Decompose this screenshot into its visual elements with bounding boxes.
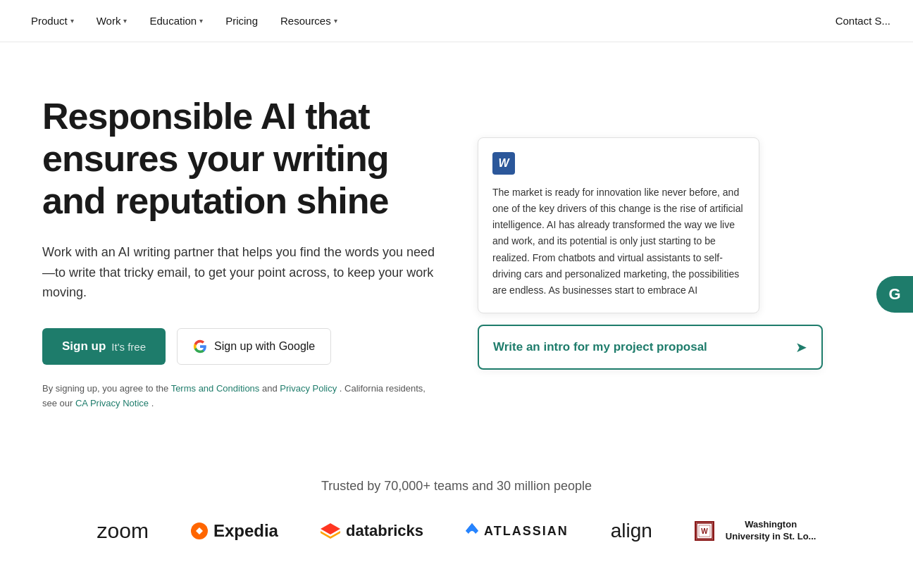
align-logo: align: [611, 520, 652, 542]
trusted-title: Trusted by 70,000+ teams and 30 million …: [42, 479, 871, 494]
nav-work-label: Work: [97, 15, 121, 27]
nav-right: Contact S...: [836, 15, 890, 27]
terms-end: .: [151, 398, 154, 408]
nav-pricing-label: Pricing: [225, 15, 258, 27]
databricks-icon: [321, 523, 340, 539]
hero-buttons: Sign up It's free Sign up with Google: [42, 328, 435, 365]
terms-and: and: [262, 383, 278, 394]
chevron-down-icon: ▾: [70, 17, 74, 25]
navigation: Product ▾ Work ▾ Education ▾ Pricing Res…: [0, 0, 913, 42]
atlassian-logo-text: ATLASSIAN: [484, 524, 569, 539]
hero-section: Responsible AI that ensures your writing…: [0, 42, 913, 451]
grammarly-badge-letter: G: [888, 285, 900, 304]
atlassian-logo: ATLASSIAN: [466, 523, 569, 539]
prompt-text: Write an intro for my project proposal: [493, 340, 707, 354]
terms-text: By signing up, you agree to the Terms an…: [42, 382, 435, 411]
nav-education[interactable]: Education ▾: [141, 9, 211, 32]
signup-label: Sign up: [62, 339, 106, 354]
nav-items: Product ▾ Work ▾ Education ▾ Pricing Res…: [23, 9, 346, 32]
word-icon: W: [492, 152, 515, 175]
atlassian-icon: [466, 523, 478, 539]
hero-left: Responsible AI that ensures your writing…: [42, 96, 464, 411]
nav-resources-label: Resources: [280, 15, 331, 27]
signup-button[interactable]: Sign up It's free: [42, 328, 166, 365]
document-card: W The market is ready for innovation lik…: [478, 137, 759, 313]
word-letter: W: [498, 157, 509, 170]
doc-header: W: [492, 152, 745, 175]
chevron-down-icon: ▾: [199, 17, 203, 25]
nav-pricing[interactable]: Pricing: [217, 9, 266, 32]
hero-subtitle: Work with an AI writing partner that hel…: [42, 242, 435, 303]
washington-logo-text: WashingtonUniversity in St. Lo...: [726, 519, 816, 543]
hero-title: Responsible AI that ensures your writing…: [42, 96, 435, 222]
nav-product-label: Product: [31, 15, 68, 27]
nav-resources[interactable]: Resources ▾: [272, 9, 346, 32]
logos-row: zoom Expedia databricks: [42, 519, 871, 543]
grammarly-badge[interactable]: G: [876, 276, 913, 313]
chevron-down-icon: ▾: [123, 17, 127, 25]
send-icon[interactable]: ➤: [795, 339, 807, 356]
privacy-link[interactable]: Privacy Policy: [280, 383, 337, 394]
align-logo-text: align: [611, 520, 652, 542]
nav-work[interactable]: Work ▾: [88, 9, 136, 32]
svg-text:W: W: [701, 527, 708, 535]
nav-contact[interactable]: Contact S...: [836, 15, 890, 27]
databricks-logo-text: databricks: [346, 522, 423, 540]
washington-logo: W WashingtonUniversity in St. Lo...: [695, 519, 816, 543]
hero-right: W The market is ready for innovation lik…: [464, 137, 871, 370]
signup-free-label: It's free: [111, 341, 146, 353]
zoom-logo-text: zoom: [97, 519, 149, 543]
prompt-box[interactable]: Write an intro for my project proposal ➤: [478, 325, 823, 370]
google-logo-icon: [193, 339, 207, 354]
ca-privacy-link[interactable]: CA Privacy Notice: [75, 398, 149, 408]
google-signup-button[interactable]: Sign up with Google: [177, 328, 331, 365]
washington-crest-icon: W: [695, 521, 714, 541]
nav-product[interactable]: Product ▾: [23, 9, 82, 32]
terms-prefix: By signing up, you agree to the: [42, 383, 168, 394]
chevron-down-icon: ▾: [334, 17, 337, 25]
doc-body: The market is ready for innovation like …: [492, 184, 745, 299]
google-signup-label: Sign up with Google: [214, 340, 315, 353]
hero-right-wrapper: W The market is ready for innovation lik…: [478, 137, 823, 370]
expedia-logo-text: Expedia: [213, 521, 278, 541]
nav-education-label: Education: [149, 15, 197, 27]
databricks-logo: databricks: [321, 522, 423, 540]
terms-link[interactable]: Terms and Conditions: [171, 383, 260, 394]
trusted-section: Trusted by 70,000+ teams and 30 million …: [0, 451, 913, 571]
zoom-logo: zoom: [97, 519, 149, 543]
expedia-icon: [191, 523, 208, 539]
expedia-logo: Expedia: [191, 521, 278, 541]
